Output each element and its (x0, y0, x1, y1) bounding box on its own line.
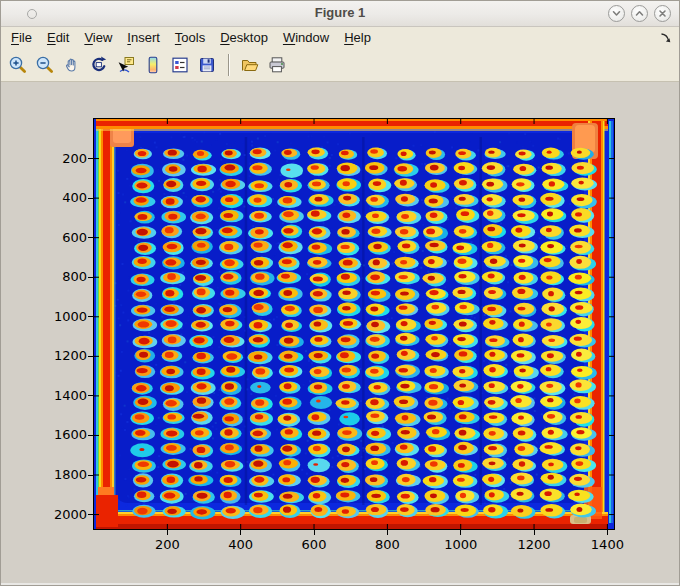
axes-box (93, 118, 615, 530)
menu-tools[interactable]: Tools (175, 30, 205, 45)
y-tick-label: 800 (39, 269, 87, 284)
open-file-icon[interactable] (239, 53, 261, 77)
pan-hand-icon[interactable] (61, 53, 83, 77)
dock-figure-icon[interactable] (659, 31, 672, 47)
figure-window: Figure 1 File Edit View Insert (0, 0, 680, 586)
insert-colorbar-icon[interactable] (142, 53, 164, 77)
y-tick-label: 1800 (39, 467, 87, 482)
menu-bar: File Edit View Insert Tools Desktop Wind… (1, 27, 679, 48)
y-tick-mark (88, 435, 93, 436)
minimize-button[interactable] (608, 5, 625, 22)
menu-desktop[interactable]: Desktop (220, 30, 268, 45)
save-figure-icon[interactable] (196, 53, 218, 77)
y-tick-label: 1600 (39, 427, 87, 442)
y-tick-label: 1000 (39, 309, 87, 324)
x-tick-label: 1200 (508, 537, 560, 552)
menu-file[interactable]: File (11, 30, 32, 45)
y-tick-label: 1400 (39, 388, 87, 403)
maximize-button[interactable] (631, 5, 648, 22)
zoom-out-icon[interactable] (34, 53, 56, 77)
print-figure-icon[interactable] (266, 53, 288, 77)
figure-toolbar (1, 48, 679, 82)
x-tick-label: 1400 (581, 537, 633, 552)
x-tick-mark (387, 530, 388, 535)
y-tick-mark (88, 237, 93, 238)
y-tick-mark (88, 475, 93, 476)
rotate-3d-icon[interactable] (88, 53, 110, 77)
x-tick-mark (534, 530, 535, 535)
figure-canvas: 2004006008001000120014002004006008001000… (1, 82, 679, 586)
y-tick-label: 400 (39, 190, 87, 205)
y-tick-label: 2000 (39, 507, 87, 522)
y-tick-mark (88, 356, 93, 357)
x-tick-label: 600 (288, 537, 340, 552)
x-tick-mark (460, 530, 461, 535)
window-title: Figure 1 (1, 5, 679, 20)
y-tick-mark (88, 158, 93, 159)
x-tick-mark (314, 530, 315, 535)
chevron-down-icon (611, 8, 622, 19)
x-tick-mark (240, 530, 241, 535)
y-tick-mark (88, 316, 93, 317)
y-tick-mark (88, 198, 93, 199)
window-titlebar[interactable]: Figure 1 (1, 1, 679, 27)
microarray-image[interactable] (94, 119, 614, 529)
x-tick-label: 800 (361, 537, 413, 552)
window-controls (608, 5, 671, 22)
menu-view[interactable]: View (84, 30, 112, 45)
menu-edit[interactable]: Edit (47, 30, 69, 45)
y-tick-mark (88, 277, 93, 278)
chevron-up-icon (634, 8, 645, 19)
menu-help[interactable]: Help (344, 30, 371, 45)
y-tick-label: 1200 (39, 348, 87, 363)
close-button[interactable] (654, 5, 671, 22)
x-tick-label: 200 (141, 537, 193, 552)
y-tick-label: 600 (39, 230, 87, 245)
insert-legend-icon[interactable] (169, 53, 191, 77)
menu-insert[interactable]: Insert (127, 30, 160, 45)
x-tick-label: 400 (215, 537, 267, 552)
y-tick-mark (88, 395, 93, 396)
toolbar-separator (228, 54, 229, 76)
y-tick-label: 200 (39, 151, 87, 166)
y-tick-mark (88, 514, 93, 515)
x-tick-mark (607, 530, 608, 535)
zoom-in-icon[interactable] (7, 53, 29, 77)
x-tick-mark (167, 530, 168, 535)
data-cursor-icon[interactable] (115, 53, 137, 77)
close-icon (657, 8, 668, 19)
x-tick-label: 1000 (435, 537, 487, 552)
menu-window[interactable]: Window (283, 30, 329, 45)
